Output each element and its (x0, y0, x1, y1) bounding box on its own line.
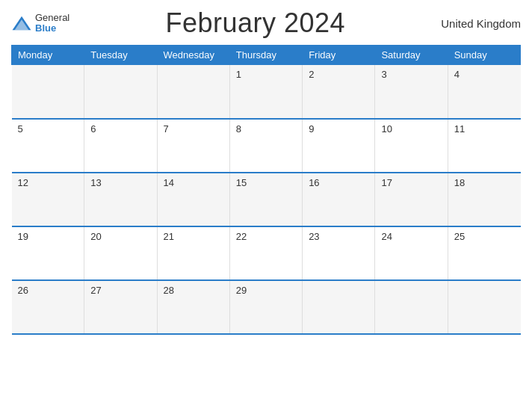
calendar-day (84, 65, 157, 119)
calendar-day (157, 65, 229, 119)
calendar-day: 5 (12, 119, 84, 173)
logo-text: General Blue (35, 13, 69, 34)
calendar-region: United Kingdom (441, 17, 521, 30)
col-monday: Monday (12, 46, 84, 65)
calendar-week-2: 567891011 (12, 119, 521, 173)
calendar-week-5: 26272829 (12, 280, 521, 334)
day-number: 26 (18, 285, 28, 296)
calendar-day: 16 (303, 173, 375, 226)
calendar-week-3: 12131415161718 (12, 173, 521, 226)
calendar-day: 25 (448, 226, 520, 280)
calendar-day: 23 (303, 226, 375, 280)
day-number: 23 (309, 231, 319, 242)
calendar-day: 1 (229, 65, 302, 119)
calendar-day: 15 (229, 173, 302, 226)
calendar-week-4: 19202122232425 (12, 226, 521, 280)
day-number: 18 (454, 177, 465, 188)
calendar-day: 27 (84, 280, 157, 334)
col-tuesday: Tuesday (84, 46, 157, 65)
day-number: 13 (90, 177, 101, 188)
day-number: 6 (90, 123, 96, 135)
day-number: 22 (236, 231, 247, 242)
calendar-table: Monday Tuesday Wednesday Thursday Friday… (11, 45, 521, 335)
calendar-day: 22 (229, 226, 302, 280)
col-sunday: Sunday (448, 46, 520, 65)
day-number: 20 (90, 231, 101, 242)
calendar-header-row: Monday Tuesday Wednesday Thursday Friday… (12, 46, 521, 65)
day-number: 28 (164, 285, 174, 296)
calendar-title: February 2024 (165, 7, 345, 39)
logo: General Blue (11, 13, 69, 34)
day-number: 21 (164, 231, 174, 242)
col-saturday: Saturday (375, 46, 448, 65)
col-friday: Friday (303, 46, 375, 65)
day-number: 19 (18, 231, 28, 242)
day-number: 17 (381, 177, 392, 188)
calendar-page: General Blue February 2024 United Kingdo… (0, 0, 532, 411)
calendar-day: 7 (157, 119, 229, 173)
day-number: 12 (18, 177, 28, 188)
calendar-day: 4 (448, 65, 520, 119)
calendar-day: 6 (84, 119, 157, 173)
day-number: 27 (90, 285, 101, 296)
calendar-day: 24 (375, 226, 448, 280)
calendar-day: 26 (12, 280, 84, 334)
calendar-day: 18 (448, 173, 520, 226)
calendar-day: 20 (84, 226, 157, 280)
day-number: 24 (381, 231, 392, 242)
calendar-day: 21 (157, 226, 229, 280)
day-number: 29 (236, 285, 247, 296)
calendar-week-1: 1234 (12, 65, 521, 119)
day-number: 7 (164, 123, 169, 135)
calendar-day (375, 280, 448, 334)
calendar-day: 11 (448, 119, 520, 173)
calendar-day (448, 280, 520, 334)
day-number: 11 (454, 123, 465, 135)
day-number: 14 (164, 177, 174, 188)
col-wednesday: Wednesday (157, 46, 229, 65)
calendar-day: 17 (375, 173, 448, 226)
calendar-day: 14 (157, 173, 229, 226)
calendar-header: General Blue February 2024 United Kingdo… (11, 7, 521, 39)
day-number: 25 (454, 231, 465, 242)
day-number: 9 (309, 123, 314, 135)
day-number: 5 (18, 123, 23, 135)
calendar-day: 29 (229, 280, 302, 334)
day-number: 3 (381, 69, 386, 80)
calendar-day: 2 (303, 65, 375, 119)
day-number: 16 (309, 177, 319, 188)
calendar-day: 9 (303, 119, 375, 173)
calendar-day: 10 (375, 119, 448, 173)
calendar-day: 3 (375, 65, 448, 119)
day-number: 10 (381, 123, 392, 135)
logo-icon (11, 15, 32, 31)
calendar-day: 28 (157, 280, 229, 334)
day-number: 4 (454, 69, 460, 80)
calendar-day: 19 (12, 226, 84, 280)
calendar-day: 8 (229, 119, 302, 173)
calendar-day: 13 (84, 173, 157, 226)
day-number: 15 (236, 177, 247, 188)
calendar-day (303, 280, 375, 334)
day-number: 2 (309, 69, 314, 80)
day-number: 8 (236, 123, 241, 135)
day-number: 1 (236, 69, 241, 80)
calendar-day: 12 (12, 173, 84, 226)
col-thursday: Thursday (229, 46, 302, 65)
calendar-day (12, 65, 84, 119)
